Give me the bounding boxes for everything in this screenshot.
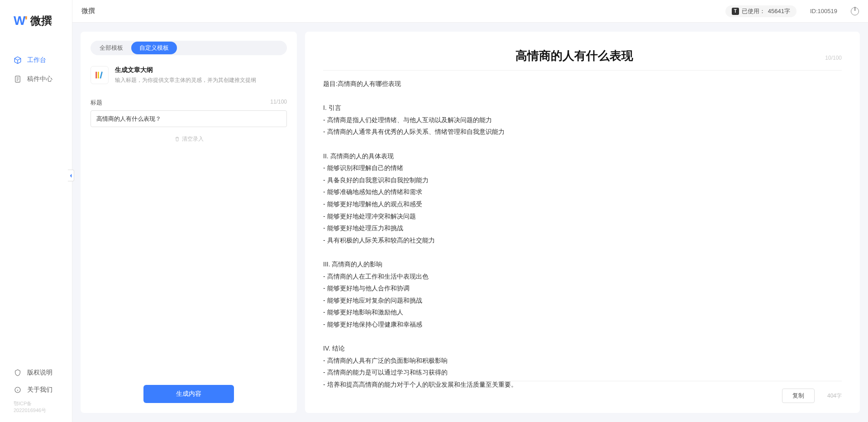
cube-icon [14, 56, 22, 64]
sidebar-item-copyright[interactable]: 版权说明 [0, 364, 72, 381]
field-char-count: 11/100 [270, 99, 287, 107]
output-footer: 复制 404字 [323, 381, 842, 403]
logo[interactable]: W' 微撰 [0, 0, 72, 37]
field-label: 标题 [91, 99, 102, 107]
power-icon[interactable] [851, 7, 859, 15]
icp-text: 鄂ICP备2022016946号 [0, 398, 72, 418]
sidebar-item-drafts[interactable]: 稿件中心 [0, 70, 72, 89]
field-header: 标题 11/100 [91, 99, 287, 107]
title-input[interactable] [91, 110, 287, 127]
template-icon [91, 66, 109, 84]
sidebar-item-label: 稿件中心 [27, 75, 52, 83]
text-icon: T [732, 8, 739, 15]
template-title: 生成文章大纲 [115, 66, 256, 74]
clear-input-button[interactable]: 清空录入 [91, 135, 287, 143]
sidebar-item-about[interactable]: 关于我们 [0, 381, 72, 398]
sidebar-item-label: 工作台 [27, 56, 46, 64]
user-id: ID:100519 [810, 8, 837, 14]
output-word-count: 404字 [827, 392, 842, 400]
sidebar-collapse-handle[interactable] [68, 170, 74, 181]
main: 全部模板 自定义模板 生成文章大纲 输入标题，为你提供文章主体的灵感，并为其创建… [72, 23, 868, 422]
usage-value: 45641字 [768, 7, 790, 15]
template-tabs: 全部模板 自定义模板 [91, 41, 287, 55]
info-icon [14, 386, 22, 394]
logo-mark: W' [14, 14, 27, 28]
nav: 工作台 稿件中心 [0, 37, 72, 89]
sidebar-item-label: 关于我们 [27, 386, 52, 394]
logo-text: 微撰 [30, 14, 52, 28]
template-desc: 输入标题，为你提供文章主体的灵感，并为其创建推文提纲 [115, 76, 256, 84]
copy-button[interactable]: 复制 [782, 389, 815, 403]
tab-custom-templates[interactable]: 自定义模板 [131, 42, 177, 54]
template-info: 生成文章大纲 输入标题，为你提供文章主体的灵感，并为其创建推文提纲 [91, 66, 287, 84]
sidebar: W' 微撰 工作台 稿件中心 版权说明 关于我们 [0, 0, 72, 422]
output-panel: 高情商的人有什么表现 10/100 题目:高情商的人有哪些表现 I. 引言 - … [305, 32, 860, 413]
tab-all-templates[interactable]: 全部模板 [91, 42, 131, 54]
output-title-row: 高情商的人有什么表现 10/100 [323, 48, 842, 71]
trash-icon [174, 136, 180, 142]
input-panel: 全部模板 自定义模板 生成文章大纲 输入标题，为你提供文章主体的灵感，并为其创建… [81, 32, 297, 413]
sidebar-item-label: 版权说明 [27, 369, 52, 377]
output-body: 题目:高情商的人有哪些表现 I. 引言 - 高情商是指人们处理情绪、与他人互动以… [323, 78, 842, 390]
usage-prefix: 已使用： [742, 7, 765, 15]
document-icon [14, 75, 22, 83]
topbar-right: T 已使用：45641字 ID:100519 [725, 5, 859, 17]
output-title-count: 10/100 [825, 55, 842, 61]
usage-badge[interactable]: T 已使用：45641字 [725, 5, 796, 17]
topbar: 微撰 T 已使用：45641字 ID:100519 [0, 0, 868, 23]
generate-button[interactable]: 生成内容 [143, 385, 234, 403]
sidebar-item-workspace[interactable]: 工作台 [0, 51, 72, 70]
shield-icon [14, 369, 22, 377]
sidebar-bottom: 版权说明 关于我们 鄂ICP备2022016946号 [0, 364, 72, 422]
output-title: 高情商的人有什么表现 [323, 48, 825, 64]
page-title: 微撰 [81, 7, 95, 15]
clear-label: 清空录入 [182, 135, 204, 143]
